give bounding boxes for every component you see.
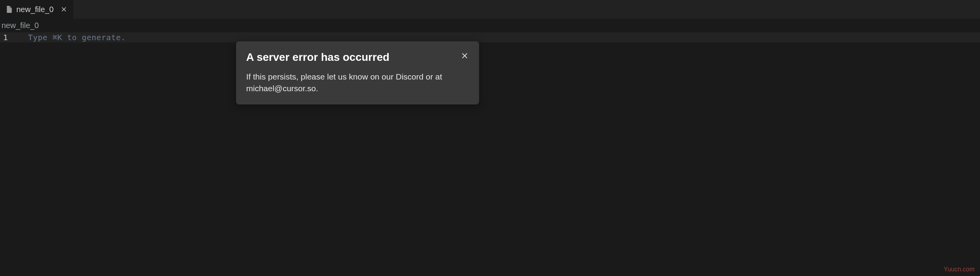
watermark: Yuucn.com: [944, 266, 975, 273]
breadcrumb-path: new_file_0: [2, 21, 39, 30]
dialog-title: A server error has occurred: [246, 51, 390, 64]
error-dialog: A server error has occurred If this pers…: [236, 41, 479, 104]
editor[interactable]: 1 Type ⌘K to generate.: [0, 32, 980, 42]
file-icon: [5, 5, 12, 13]
breadcrumb[interactable]: new_file_0: [0, 19, 980, 32]
tab-label: new_file_0: [16, 5, 54, 14]
line-number: 1: [0, 32, 23, 42]
tab-bar: new_file_0: [0, 0, 980, 19]
dialog-close-button[interactable]: [460, 51, 469, 60]
tab-close-button[interactable]: [60, 5, 68, 13]
editor-placeholder: Type ⌘K to generate.: [23, 32, 126, 42]
dialog-header: A server error has occurred: [246, 51, 469, 64]
dialog-body: If this persists, please let us know on …: [246, 71, 469, 95]
tab-new-file-0[interactable]: new_file_0: [0, 0, 73, 19]
editor-line: 1 Type ⌘K to generate.: [0, 32, 980, 42]
